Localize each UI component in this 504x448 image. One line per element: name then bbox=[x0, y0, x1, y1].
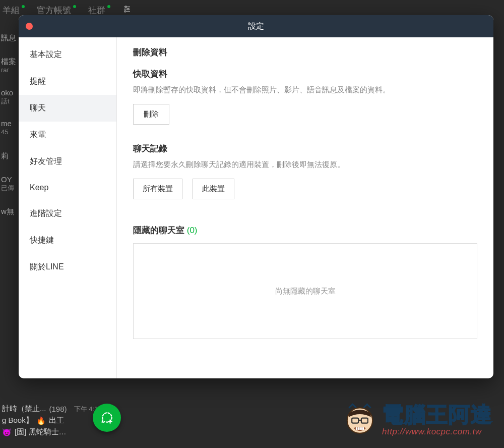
bg-bottom-chats: 計時（禁止... (198)下午 4:19 g Book】 🔥 出王 😈[固] … bbox=[0, 403, 103, 438]
watermark: 電腦王阿達 http://www.kocpc.com.tw bbox=[342, 401, 493, 437]
new-chat-fab[interactable] bbox=[93, 404, 121, 432]
settings-content: 刪除資料 快取資料 即將刪除暫存的快取資料，但不會刪除照片、影片、語音訊息及檔案… bbox=[117, 37, 493, 378]
delete-data-heading: 刪除資料 bbox=[133, 46, 477, 58]
bg-row: 檔案rar bbox=[0, 50, 18, 81]
sidebar-item-about[interactable]: 關於LINE bbox=[19, 254, 116, 281]
watermark-mascot-icon bbox=[342, 401, 378, 437]
svg-point-5 bbox=[124, 11, 126, 12]
bg-row: w無 bbox=[0, 199, 18, 223]
settings-dialog: 設定 基本設定 提醒 聊天 來電 好友管理 Keep 進階設定 快捷鍵 關於LI… bbox=[19, 15, 493, 378]
hidden-chats-empty-label: 尚無隱藏的聊天室 bbox=[275, 287, 336, 296]
sidebar-item-basic[interactable]: 基本設定 bbox=[19, 41, 116, 68]
sidebar-item-advanced[interactable]: 進階設定 bbox=[19, 200, 116, 227]
svg-point-1 bbox=[125, 6, 127, 8]
sidebar-item-shortcuts[interactable]: 快捷鍵 bbox=[19, 227, 116, 254]
sidebar-item-friends[interactable]: 好友管理 bbox=[19, 148, 116, 175]
delete-cache-button[interactable]: 刪除 bbox=[133, 104, 169, 125]
dialog-title: 設定 bbox=[248, 21, 264, 32]
bg-tab[interactable]: 羊組 bbox=[3, 5, 23, 16]
cache-description: 即將刪除暫存的快取資料，但不會刪除照片、影片、語音訊息及檔案的資料。 bbox=[133, 84, 477, 96]
bg-tab[interactable]: 官方帳號 bbox=[37, 5, 74, 16]
hidden-chats-count: (0) bbox=[187, 226, 198, 235]
watermark-title: 電腦王阿達 bbox=[382, 401, 493, 429]
all-devices-button[interactable]: 所有裝置 bbox=[133, 179, 182, 199]
dialog-header: 設定 bbox=[19, 15, 493, 37]
cache-heading: 快取資料 bbox=[133, 68, 477, 80]
settings-sidebar: 基本設定 提醒 聊天 來電 好友管理 Keep 進階設定 快捷鍵 關於LINE bbox=[19, 37, 117, 378]
watermark-url: http://www.kocpc.com.tw bbox=[382, 427, 482, 437]
bg-chat-list: 訊息 檔案rar oko話t me45 莉 OY已傳 w無 bbox=[0, 25, 18, 223]
sidebar-item-calls[interactable]: 來電 bbox=[19, 122, 116, 148]
bg-row: OY已傳 bbox=[0, 168, 18, 199]
chat-history-heading: 聊天記錄 bbox=[133, 143, 477, 154]
filter-icon[interactable] bbox=[122, 5, 132, 16]
close-icon[interactable] bbox=[26, 23, 33, 30]
this-device-button[interactable]: 此裝置 bbox=[193, 179, 234, 199]
bg-row: oko話t bbox=[0, 81, 18, 113]
svg-point-3 bbox=[128, 8, 129, 10]
bg-row: 訊息 bbox=[0, 25, 18, 50]
hidden-chats-box: 尚無隱藏的聊天室 bbox=[133, 243, 477, 339]
sidebar-item-keep[interactable]: Keep bbox=[19, 175, 116, 200]
bg-tab[interactable]: 社群 bbox=[88, 5, 108, 16]
bg-row: me45 bbox=[0, 112, 18, 143]
hidden-chats-heading: 隱藏的聊天室 (0) bbox=[133, 225, 477, 236]
sidebar-item-chat[interactable]: 聊天 bbox=[19, 95, 116, 122]
chat-history-description: 請選擇您要永久刪除聊天記錄的適用裝置，刪除後即無法復原。 bbox=[133, 158, 477, 171]
bg-row: 莉 bbox=[0, 143, 18, 168]
sidebar-item-notifications[interactable]: 提醒 bbox=[19, 68, 116, 95]
